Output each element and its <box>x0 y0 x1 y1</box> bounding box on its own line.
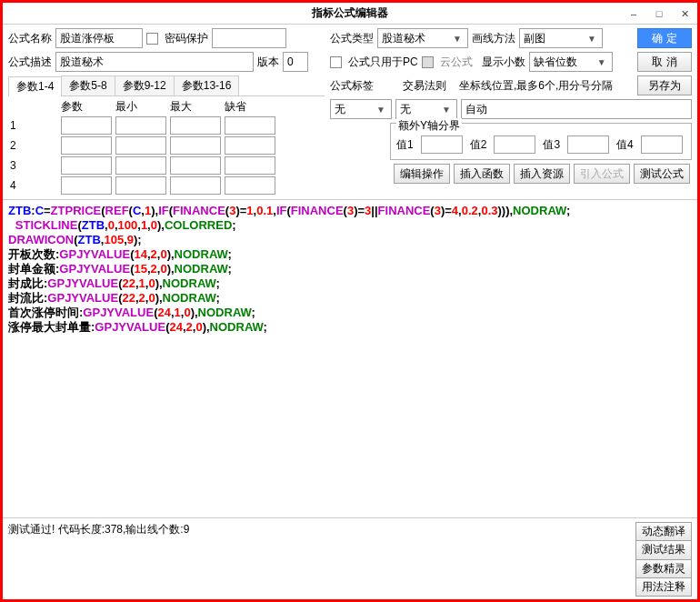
dec-combo[interactable]: 缺省位数▼ <box>529 52 613 72</box>
label-y4: 值4 <box>616 137 634 153</box>
label-showdec: 显示小数 <box>482 55 525 70</box>
col-max: 最大 <box>168 98 223 115</box>
test-result-button[interactable]: 测试结果 <box>635 540 692 559</box>
label-y2: 值2 <box>470 137 487 153</box>
p2-name[interactable] <box>61 136 112 155</box>
label-y3: 值3 <box>543 137 560 153</box>
chevron-down-icon: ▼ <box>595 57 608 67</box>
param-tabs: 参数1-4 参数5-8 参数9-12 参数13-16 <box>8 75 325 96</box>
p4-max[interactable] <box>170 176 221 195</box>
table-row: 4 <box>8 176 277 196</box>
table-row: 2 <box>8 135 277 156</box>
label-name: 公式名称 <box>8 31 52 46</box>
param-table: 参数 最小 最大 缺省 1 2 3 4 <box>8 98 277 196</box>
col-min: 最小 <box>114 98 168 115</box>
p1-min[interactable] <box>115 116 166 135</box>
label-desc: 公式描述 <box>8 55 52 70</box>
label-pc-only: 公式只用于PC <box>348 55 418 70</box>
p4-name[interactable] <box>61 176 112 195</box>
tab-param-13-16[interactable]: 参数13-16 <box>174 75 240 95</box>
p4-min[interactable] <box>115 176 166 195</box>
coord-input[interactable] <box>461 99 692 119</box>
tab-param-9-12[interactable]: 参数9-12 <box>115 75 175 95</box>
dynamic-translate-button[interactable]: 动态翻译 <box>635 522 692 541</box>
extra-y-group: 额外Y轴分界 值1 值2 值3 值4 <box>390 123 692 160</box>
label-coord-hint: 坐标线位置,最多6个,用分号分隔 <box>459 78 613 94</box>
p1-def[interactable] <box>225 116 275 135</box>
table-row: 1 <box>8 115 277 135</box>
status-text: 测试通过! 代码长度:378,输出线个数:9 <box>8 522 635 596</box>
cloud-checkbox[interactable] <box>422 56 434 68</box>
p4-def[interactable] <box>225 176 275 195</box>
edit-op-button[interactable]: 编辑操作 <box>394 164 450 184</box>
usage-notes-button[interactable]: 用法注释 <box>635 577 692 597</box>
chevron-down-icon: ▼ <box>440 105 453 115</box>
tab-param-5-8[interactable]: 参数5-8 <box>61 75 115 95</box>
save-as-button[interactable]: 另存为 <box>637 75 692 95</box>
pc-only-checkbox[interactable] <box>330 56 342 68</box>
insert-res-button[interactable]: 插入资源 <box>514 164 570 184</box>
pwd-input[interactable] <box>212 28 286 48</box>
p2-def[interactable] <box>225 136 275 155</box>
chevron-down-icon: ▼ <box>585 34 598 44</box>
version-input[interactable] <box>283 52 308 72</box>
label-draw: 画线方法 <box>472 31 515 46</box>
p3-name[interactable] <box>61 156 112 175</box>
traderule-combo[interactable]: 无▼ <box>395 99 457 119</box>
close-icon[interactable]: ✕ <box>672 3 697 25</box>
label-version: 版本 <box>257 55 279 70</box>
draw-combo[interactable]: 副图▼ <box>519 28 603 48</box>
y2-input[interactable] <box>494 135 535 154</box>
table-row: 3 <box>8 156 277 176</box>
p2-max[interactable] <box>170 136 221 155</box>
tag-combo[interactable]: 无▼ <box>330 99 392 119</box>
maximize-icon[interactable]: □ <box>646 3 672 25</box>
ok-button[interactable]: 确 定 <box>637 28 692 48</box>
tab-param-1-4[interactable]: 参数1-4 <box>8 76 62 96</box>
type-combo[interactable]: 股道秘术▼ <box>377 28 468 48</box>
label-tag: 公式标签 <box>330 78 374 94</box>
y1-input[interactable] <box>421 135 463 154</box>
label-traderule: 交易法则 <box>403 78 446 94</box>
p3-def[interactable] <box>225 156 275 175</box>
col-param: 参数 <box>59 98 114 115</box>
p2-min[interactable] <box>115 136 166 155</box>
param-wizard-button[interactable]: 参数精灵 <box>635 559 692 578</box>
p1-name[interactable] <box>61 116 112 135</box>
insert-func-button[interactable]: 插入函数 <box>454 164 510 184</box>
cancel-button[interactable]: 取 消 <box>637 52 692 72</box>
name-input[interactable] <box>55 28 143 48</box>
import-formula-button[interactable]: 引入公式 <box>574 164 630 184</box>
label-type: 公式类型 <box>330 31 374 46</box>
minimize-icon[interactable]: – <box>621 3 646 25</box>
col-def: 缺省 <box>223 98 277 115</box>
pwd-checkbox[interactable] <box>146 33 158 45</box>
titlebar: 指标公式编辑器 – □ ✕ <box>3 3 697 25</box>
desc-input[interactable] <box>55 52 254 72</box>
p3-min[interactable] <box>115 156 166 175</box>
label-cloud: 云公式 <box>440 55 473 70</box>
window-title: 指标公式编辑器 <box>3 5 697 21</box>
p1-max[interactable] <box>170 116 221 135</box>
extra-y-legend: 额外Y轴分界 <box>396 118 462 134</box>
y3-input[interactable] <box>567 135 609 154</box>
chevron-down-icon: ▼ <box>451 34 464 44</box>
chevron-down-icon: ▼ <box>375 105 387 115</box>
label-y1: 值1 <box>396 137 414 153</box>
label-pwd: 密码保护 <box>165 31 208 46</box>
test-formula-button[interactable]: 测试公式 <box>634 164 690 184</box>
p3-max[interactable] <box>170 156 221 175</box>
status-area: 测试通过! 代码长度:378,输出线个数:9 动态翻译 测试结果 参数精灵 用法… <box>3 517 697 599</box>
y4-input[interactable] <box>641 135 683 154</box>
formula-editor[interactable]: ZTB:C=ZTPRICE(REF(C,1),IF(FINANCE(3)=1,0… <box>3 199 697 517</box>
